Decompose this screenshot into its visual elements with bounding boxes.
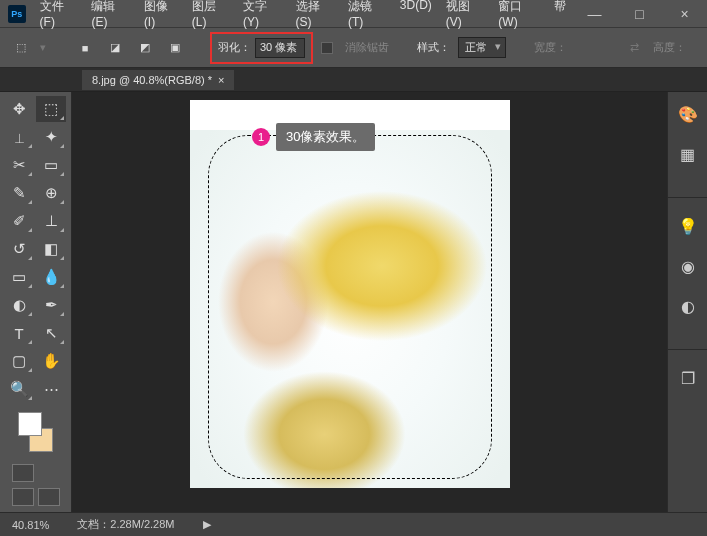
menu-3d[interactable]: 3D(D) [394,0,438,29]
options-bar: ⬚ ▾ ■ ◪ ◩ ▣ 羽化： 消除锯齿 样式： 正常 ▾ 宽度： ⇄ 高度： [0,28,707,68]
minimize-button[interactable]: — [572,0,617,28]
feather-label: 羽化： [218,40,251,55]
annotation-number: 1 [252,128,270,146]
tab-close-icon[interactable]: × [218,74,224,86]
main-area: ✥ ⬚ ⟂ ✦ ✂ ▭ ✎ ⊕ ✐ ⊥ ↺ ◧ ▭ 💧 ◐ ✒ T ↖ ▢ ✋ … [0,92,707,512]
style-select[interactable]: 正常 ▾ [458,37,506,58]
swatches-panel-icon[interactable]: ▦ [676,142,700,166]
menu-image[interactable]: 图像(I) [138,0,184,29]
color-panel-icon[interactable]: 🎨 [676,102,700,126]
dodge-tool[interactable]: ◐ [4,292,34,318]
style-label: 样式： [417,40,450,55]
pen-tool[interactable]: ✒ [36,292,66,318]
toolbox: ✥ ⬚ ⟂ ✦ ✂ ▭ ✎ ⊕ ✐ ⊥ ↺ ◧ ▭ 💧 ◐ ✒ T ↖ ▢ ✋ … [0,92,72,512]
document-title: 8.jpg @ 40.8%(RGB/8) * [92,74,212,86]
gradient-tool[interactable]: ▭ [4,264,34,290]
canvas-area[interactable]: 1 30像素效果。 [72,92,667,512]
intersect-selection-icon[interactable]: ▣ [164,37,186,59]
adjustments-panel-icon[interactable]: ◐ [676,294,700,318]
menu-window[interactable]: 窗口(W) [492,0,546,29]
hand-tool[interactable]: ✋ [36,348,66,374]
canvas [190,100,510,488]
type-tool[interactable]: T [4,320,34,346]
annotation-text: 30像素效果。 [276,123,375,151]
feather-highlight-box: 羽化： [210,32,313,64]
menu-edit[interactable]: 编辑(E) [85,0,135,29]
libraries-panel-icon[interactable]: ◉ [676,254,700,278]
width-label: 宽度： [534,40,567,55]
brush-tool[interactable]: ✐ [4,208,34,234]
height-label: 高度： [653,40,686,55]
subtract-selection-icon[interactable]: ◩ [134,37,156,59]
path-select-tool[interactable]: ↖ [36,320,66,346]
lasso-tool[interactable]: ⟂ [4,124,34,150]
right-panel-dock: 🎨 ▦ 💡 ◉ ◐ ❐ [667,92,707,512]
eraser-tool[interactable]: ◧ [36,236,66,262]
zoom-readout[interactable]: 40.81% [12,519,49,531]
menu-type[interactable]: 文字(Y) [237,0,287,29]
close-button[interactable]: × [662,0,707,28]
blur-tool[interactable]: 💧 [36,264,66,290]
eyedropper-tool[interactable]: ✎ [4,180,34,206]
new-selection-icon[interactable]: ■ [74,37,96,59]
layers-panel-icon[interactable]: ❐ [676,366,700,390]
menu-view[interactable]: 视图(V) [440,0,490,29]
statusbar-arrow-icon[interactable]: ▶ [203,518,211,531]
doc-info[interactable]: 文档：2.28M/2.28M [77,517,174,532]
screen-mode-2-icon[interactable] [38,488,60,506]
titlebar: Ps 文件(F) 编辑(E) 图像(I) 图层(L) 文字(Y) 选择(S) 滤… [0,0,707,28]
window-controls: — □ × [572,0,707,28]
shape-tool[interactable]: ▢ [4,348,34,374]
statusbar: 40.81% 文档：2.28M/2.28M ▶ [0,512,707,536]
tool-preset-icon[interactable]: ⬚ [10,37,32,59]
crop-tool[interactable]: ✂ [4,152,34,178]
move-tool[interactable]: ✥ [4,96,34,122]
swap-dims-icon[interactable]: ⇄ [623,37,645,59]
quick-select-tool[interactable]: ✦ [36,124,66,150]
menu-help[interactable]: 帮 [548,0,572,29]
menubar: 文件(F) 编辑(E) 图像(I) 图层(L) 文字(Y) 选择(S) 滤镜(T… [34,0,572,29]
foreground-swatch[interactable] [18,412,42,436]
menu-layer[interactable]: 图层(L) [186,0,235,29]
zoom-tool[interactable]: 🔍 [4,376,34,402]
maximize-button[interactable]: □ [617,0,662,28]
menu-select[interactable]: 选择(S) [290,0,340,29]
add-selection-icon[interactable]: ◪ [104,37,126,59]
marquee-selection [208,135,492,479]
color-swatches[interactable] [18,412,53,452]
marquee-tool[interactable]: ⬚ [36,96,66,122]
history-brush-tool[interactable]: ↺ [4,236,34,262]
annotation-callout: 1 30像素效果。 [252,123,375,151]
app-logo: Ps [8,5,26,23]
document-tab-bar: 8.jpg @ 40.8%(RGB/8) * × [0,68,707,92]
screen-mode-icon[interactable] [12,488,34,506]
feather-input[interactable] [255,38,305,58]
stamp-tool[interactable]: ⊥ [36,208,66,234]
frame-tool[interactable]: ▭ [36,152,66,178]
learn-panel-icon[interactable]: 💡 [676,214,700,238]
antialias-label: 消除锯齿 [345,40,389,55]
menu-file[interactable]: 文件(F) [34,0,84,29]
healing-tool[interactable]: ⊕ [36,180,66,206]
antialias-checkbox[interactable] [321,42,333,54]
document-tab[interactable]: 8.jpg @ 40.8%(RGB/8) * × [82,70,234,90]
quick-mask-icon[interactable] [12,464,34,482]
edit-toolbar[interactable]: ⋯ [36,376,66,402]
menu-filter[interactable]: 滤镜(T) [342,0,392,29]
